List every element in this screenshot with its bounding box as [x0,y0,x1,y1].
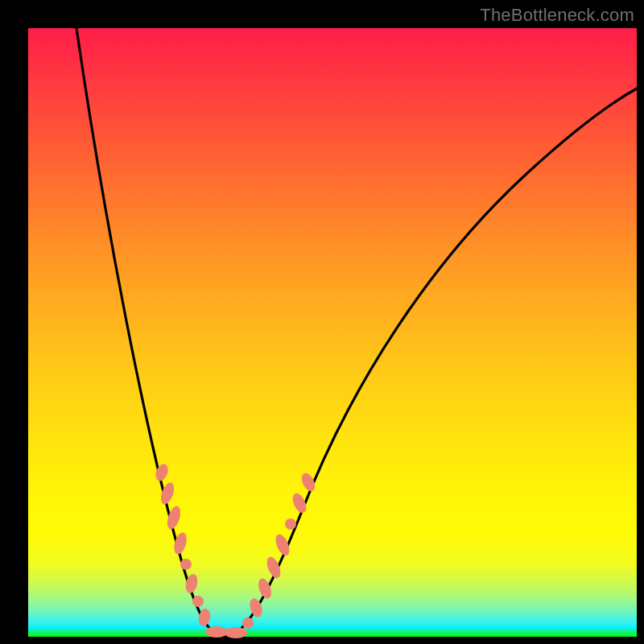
svg-point-6 [192,596,204,607]
svg-point-4 [180,559,192,570]
watermark-text: TheBottleneck.com [480,5,634,26]
svg-point-15 [285,518,296,530]
svg-point-13 [264,555,283,580]
svg-point-9 [225,627,247,638]
svg-point-8 [205,626,228,638]
plot-area [28,28,637,637]
chart-frame: TheBottleneck.com [0,0,644,644]
bottleneck-curve-svg [28,28,637,637]
dotted-markers [153,462,317,638]
svg-point-10 [242,617,254,629]
bottleneck-curve [76,28,637,637]
